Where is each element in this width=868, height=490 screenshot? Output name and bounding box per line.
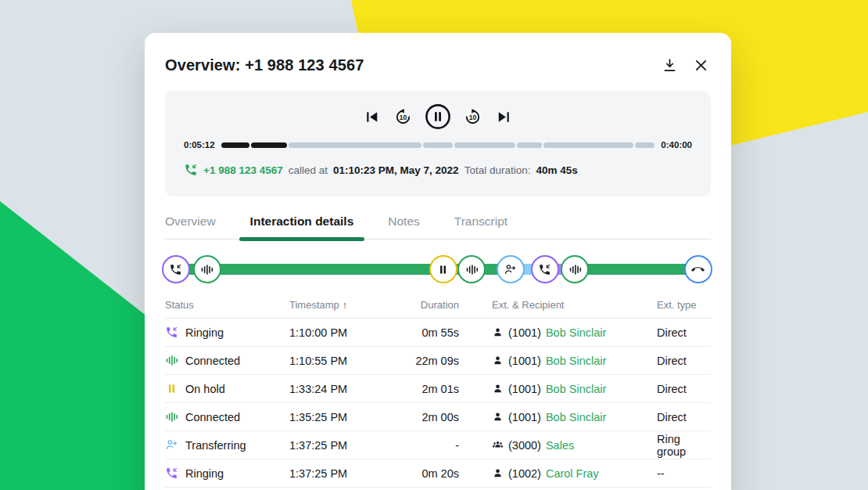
skip-back-button[interactable]: [362, 107, 382, 127]
table-row: Ringing1:10:00 PM0m 55s(1001)Bob Sinclai…: [165, 319, 711, 347]
interaction-table: StatusTimestamp↑DurationExt. & Recipient…: [165, 293, 711, 488]
skip-forward-button[interactable]: [494, 107, 514, 127]
duration-cell: 22m 09s: [399, 355, 459, 367]
transfer-marker[interactable]: [497, 255, 525, 283]
person-icon: [492, 326, 504, 338]
duration-cell: 0m 55s: [399, 326, 459, 339]
ext-number: (1001): [508, 326, 541, 339]
duration-cell: 2m 01s: [399, 383, 459, 395]
ext-recipient-cell: (1001)Bob Sinclair: [459, 411, 657, 423]
tab-notes[interactable]: Notes: [388, 214, 420, 239]
tab-interaction-details[interactable]: Interaction details: [250, 214, 354, 239]
column-header-label: Duration: [421, 299, 459, 311]
status-label: Transferring: [185, 439, 246, 452]
ext-number: (1001): [508, 355, 541, 367]
download-button[interactable]: [660, 56, 680, 75]
column-header-label: Ext. & Recipient: [492, 299, 565, 311]
recipient-link[interactable]: Bob Sinclair: [546, 411, 606, 423]
caller-number-link[interactable]: +1 988 123 4567: [203, 164, 283, 176]
waveform-marker[interactable]: [561, 255, 589, 283]
status-label: On hold: [185, 383, 225, 395]
recipient-link[interactable]: Sales: [546, 439, 574, 452]
pause-button[interactable]: [425, 103, 451, 130]
progress-bar[interactable]: [221, 142, 655, 148]
column-header-duration[interactable]: Duration: [399, 299, 459, 311]
download-icon: [662, 57, 678, 74]
modal-header: Overview: +1 988 123 4567: [165, 53, 711, 77]
waveform-marker[interactable]: [457, 255, 486, 283]
timestamp-cell: 1:37:25 PM: [289, 467, 399, 480]
close-button[interactable]: [691, 56, 711, 75]
ext-number: (1002): [508, 467, 541, 480]
incoming-call-icon: [184, 163, 198, 177]
recipient-link[interactable]: Bob Sinclair: [546, 326, 606, 339]
recipient-link[interactable]: Bob Sinclair: [546, 355, 606, 367]
group-icon: [492, 439, 504, 451]
column-header-timestamp[interactable]: Timestamp↑: [289, 299, 399, 311]
ext-type-cell: --: [657, 467, 711, 480]
call-timeline: [165, 255, 711, 283]
column-header-ext-recipient[interactable]: Ext. & Recipient: [459, 299, 657, 311]
progress-segment: [221, 142, 249, 148]
progress-segment: [635, 142, 655, 148]
playback-controls: 1010: [184, 100, 692, 133]
duration-cell: 2m 00s: [399, 411, 459, 423]
ext-type-cell: Direct: [657, 383, 711, 395]
status-cell: Connected: [165, 410, 289, 423]
status-cell: Connected: [165, 354, 289, 367]
ext-number: (1001): [508, 383, 541, 395]
status-cell: Ringing: [165, 326, 289, 339]
table-row: Ringing1:37:25 PM0m 20s(1002)Carol Fray-…: [165, 459, 711, 488]
ext-number: (1001): [508, 411, 541, 423]
waveform-icon: [165, 410, 178, 423]
status-label: Ringing: [185, 467, 224, 480]
status-cell: On hold: [165, 382, 289, 395]
forward-10-button[interactable]: 10: [463, 107, 482, 127]
waveform-marker[interactable]: [193, 255, 221, 283]
column-header-ext-type[interactable]: Ext. type: [657, 299, 711, 311]
hangup-marker[interactable]: [684, 255, 712, 283]
tab-label: Interaction details: [250, 214, 354, 228]
recipient-link[interactable]: Bob Sinclair: [546, 383, 606, 395]
status-cell: Ringing: [165, 467, 289, 480]
timestamp-cell: 1:10:55 PM: [289, 355, 399, 367]
person-icon: [492, 411, 504, 423]
column-header-label: Ext. type: [657, 299, 697, 311]
recipient-link[interactable]: Carol Fray: [546, 467, 599, 480]
tab-overview[interactable]: Overview: [165, 214, 216, 239]
incoming-call-marker[interactable]: [162, 255, 190, 283]
incoming-call-icon: [165, 326, 178, 339]
ext-recipient-cell: (1001)Bob Sinclair: [459, 326, 657, 339]
pause-bars-icon: [165, 382, 178, 395]
progress-segment: [423, 142, 453, 148]
progress-segment: [289, 142, 421, 148]
column-header-status[interactable]: Status: [165, 299, 289, 311]
person-icon: [492, 355, 504, 366]
close-icon: [693, 57, 709, 74]
column-header-label: Timestamp: [289, 299, 339, 311]
incoming-call-marker[interactable]: [531, 255, 559, 283]
pause-bars-marker[interactable]: [429, 255, 457, 283]
ext-type-cell: Direct: [657, 326, 711, 339]
total-duration-label: Total duration:: [464, 164, 531, 176]
timestamp-cell: 1:10:00 PM: [289, 326, 399, 339]
person-icon: [492, 467, 504, 479]
current-time-label: 0:05:12: [184, 140, 215, 150]
status-cell: Transferring: [165, 438, 289, 452]
timestamp-cell: 1:37:25 PM: [289, 439, 399, 452]
rewind-10-button[interactable]: 10: [393, 107, 413, 127]
tab-transcript[interactable]: Transcript: [454, 214, 508, 239]
status-label: Connected: [185, 355, 240, 367]
call-info: +1 988 123 4567 called at 01:10:23 PM, M…: [184, 163, 692, 177]
sort-ascending-icon: ↑: [343, 299, 348, 311]
status-label: Ringing: [185, 326, 224, 339]
call-overview-modal: Overview: +1 988 123 4567 1010 0:05:12 0…: [145, 33, 731, 490]
progress-row: 0:05:12 0:40:00: [184, 140, 692, 150]
table-row: Connected1:10:55 PM22m 09s(1001)Bob Sinc…: [165, 347, 711, 375]
column-header-label: Status: [165, 299, 194, 311]
tab-label: Transcript: [454, 214, 508, 228]
tab-label: Overview: [165, 214, 216, 228]
table-header: StatusTimestamp↑DurationExt. & Recipient…: [165, 293, 711, 319]
ext-recipient-cell: (1002)Carol Fray: [459, 467, 657, 480]
table-row: Connected1:35:25 PM2m 00s(1001)Bob Sincl…: [165, 403, 711, 431]
